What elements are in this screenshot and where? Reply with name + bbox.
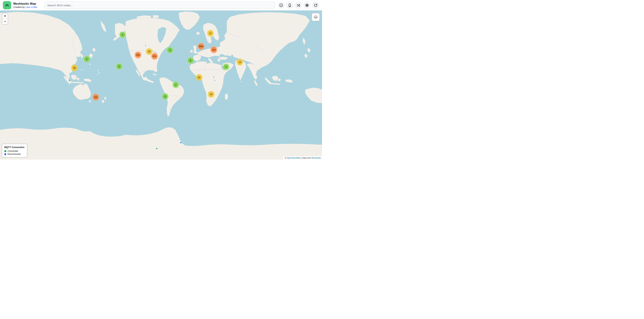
smartphone-icon (288, 3, 292, 7)
author-link[interactable]: Liam Cottle (25, 6, 37, 8)
meshtastic-logo-icon (3, 1, 11, 9)
world-basemap (0, 10, 322, 159)
cluster-marker[interactable]: 33 (196, 74, 203, 81)
cluster-marker[interactable]: 2 (222, 63, 230, 70)
layers-icon (313, 14, 318, 20)
cluster-count: 2 (226, 66, 226, 68)
zoom-control: + − (2, 13, 8, 24)
meshtastic-attribution-link[interactable]: Meshtastic (312, 157, 321, 159)
legend-items: ConnectedDisconnected (4, 150, 24, 155)
cluster-count: 8 (190, 59, 191, 62)
cluster-count: 16 (210, 93, 212, 95)
cluster-count: 2693 (199, 45, 204, 47)
byline-prefix: Created by (13, 6, 25, 8)
legend-item-connected: Connected (4, 150, 24, 152)
cluster-count: 2 (175, 84, 176, 86)
cluster-count: 58 (73, 67, 76, 69)
cluster-count: 9 (86, 58, 87, 60)
cluster-count: 6 (118, 65, 120, 67)
refresh-icon (314, 3, 318, 7)
zoom-in-button[interactable]: + (2, 13, 8, 19)
cluster-marker[interactable]: 58 (71, 64, 78, 71)
attribution-middle: | Data from (301, 157, 311, 159)
cluster-count: 5 (170, 49, 170, 51)
legend-title: MQTT Connection (4, 146, 24, 149)
cluster-count: 650 (136, 54, 140, 56)
header-buttons (278, 1, 319, 9)
search-wrap (44, 1, 275, 9)
page-title: Meshtastic Map (13, 2, 40, 5)
legend-label: Connected (8, 150, 18, 152)
mobile-app-button[interactable] (286, 1, 293, 9)
cluster-marker[interactable]: 9 (83, 55, 90, 63)
cluster-marker[interactable]: 9 (119, 31, 126, 38)
cluster-marker[interactable]: 2 (172, 81, 179, 88)
osm-attribution-link[interactable]: OpenStreetMap (286, 157, 300, 159)
cluster-count: 33 (198, 76, 200, 78)
map-attribution: © OpenStreetMap | Data from Meshtastic (283, 156, 322, 159)
cluster-count: 8 (164, 95, 166, 97)
refresh-button[interactable] (312, 1, 319, 9)
cluster-marker[interactable]: 5 (166, 46, 174, 54)
search-input[interactable] (44, 1, 275, 9)
legend-dot-connected (4, 150, 6, 152)
cluster-count: 11 (209, 32, 212, 34)
legend-label: Disconnected (8, 153, 21, 155)
header: Meshtastic Map Created by Liam Cottle (0, 0, 322, 10)
cluster-count: 874 (153, 55, 156, 57)
cluster-marker[interactable]: 874 (151, 53, 158, 60)
byline: Created by Liam Cottle (13, 6, 40, 9)
cluster-count: 9 (122, 33, 123, 36)
title-block: Meshtastic Map Created by Liam Cottle (13, 2, 40, 9)
settings-icon (305, 3, 309, 7)
shuffle-icon (296, 3, 300, 7)
map-canvas[interactable]: + − 939650874511269315481423316282235896… (0, 10, 322, 159)
settings-button[interactable] (303, 1, 310, 9)
cluster-marker[interactable]: 6 (116, 63, 123, 70)
cluster-marker[interactable]: 8 (162, 93, 169, 100)
cluster-marker[interactable]: 223 (92, 94, 99, 101)
mqtt-legend: MQTT Connection ConnectedDisconnected (2, 144, 27, 158)
cluster-marker[interactable]: 16 (208, 91, 215, 98)
layers-control[interactable] (312, 13, 320, 21)
legend-dot-disconnected (4, 153, 6, 155)
random-node-button[interactable] (295, 1, 302, 9)
cluster-count: 14 (239, 61, 241, 63)
cluster-marker[interactable]: 154 (210, 46, 218, 53)
node-marker-connected[interactable] (156, 147, 158, 149)
node-marker-disconnected[interactable] (180, 142, 182, 144)
cluster-marker[interactable]: 14 (236, 58, 244, 66)
node-marker-connected[interactable] (68, 79, 70, 81)
info-icon (279, 3, 283, 7)
legend-item-disconnected: Disconnected (4, 153, 24, 155)
cluster-marker[interactable]: 2693 (198, 43, 205, 50)
cluster-marker[interactable]: 11 (207, 30, 214, 37)
copyright-symbol: © (284, 157, 286, 159)
info-button[interactable] (278, 1, 284, 9)
cluster-count: 39 (148, 50, 150, 53)
cluster-count: 154 (212, 49, 216, 51)
cluster-marker[interactable]: 650 (134, 51, 142, 58)
cluster-marker[interactable]: 8 (187, 57, 194, 64)
zoom-out-button[interactable]: − (2, 19, 8, 24)
cluster-count: 223 (94, 96, 98, 98)
